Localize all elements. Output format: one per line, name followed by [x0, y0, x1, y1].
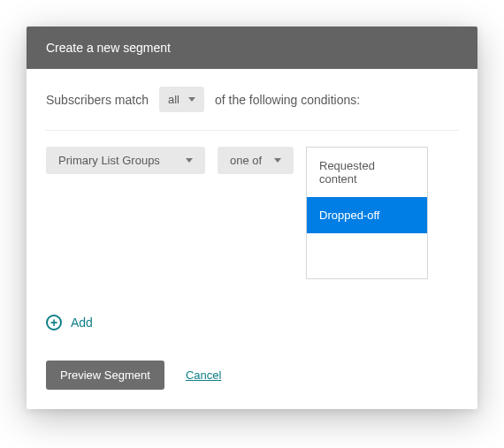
chevron-down-icon [186, 158, 193, 163]
chevron-down-icon [188, 97, 195, 102]
chevron-down-icon [274, 158, 281, 163]
plus-circle-icon: + [46, 315, 62, 330]
condition-operator-select[interactable]: one of [218, 147, 294, 174]
match-conditions-row: Subscribers match all of the following c… [46, 87, 458, 131]
option-dropped-off[interactable]: Dropped-off [307, 197, 427, 233]
condition-options-list: Requested content Dropped-off [306, 147, 428, 279]
footer-actions: Preview Segment Cancel [46, 361, 458, 390]
match-prefix-text: Subscribers match [46, 93, 149, 107]
condition-field-value: Primary List Groups [58, 154, 160, 167]
condition-operator-value: one of [230, 154, 262, 167]
option-requested-content[interactable]: Requested content [307, 148, 427, 197]
condition-row: Primary List Groups one of Requested con… [46, 147, 458, 279]
preview-segment-button[interactable]: Preview Segment [46, 361, 164, 390]
match-mode-value: all [168, 93, 179, 106]
match-mode-select[interactable]: all [159, 87, 204, 112]
modal-body: Subscribers match all of the following c… [27, 69, 477, 409]
segment-modal: Create a new segment Subscribers match a… [27, 27, 477, 409]
cancel-link[interactable]: Cancel [186, 368, 221, 382]
condition-field-select[interactable]: Primary List Groups [46, 147, 205, 174]
modal-title: Create a new segment [46, 41, 171, 55]
modal-header: Create a new segment [27, 27, 477, 69]
add-condition-button[interactable]: + Add [46, 315, 93, 330]
match-suffix-text: of the following conditions: [215, 93, 360, 107]
add-label: Add [71, 315, 93, 330]
